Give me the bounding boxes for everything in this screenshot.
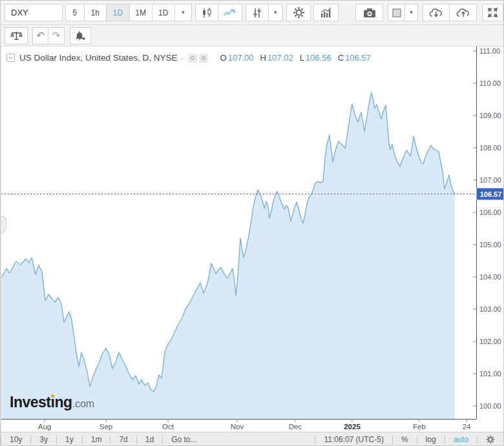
area-chart-button[interactable] — [218, 4, 242, 21]
interval-button-5m[interactable]: 5 — [65, 4, 85, 21]
range-1y-button[interactable]: 1y — [57, 432, 82, 446]
price-area-series — [1, 93, 455, 419]
redo-arrow-icon: ↷ — [52, 30, 61, 41]
chevron-down-icon: ▾ — [410, 10, 413, 15]
current-price-tag: 106.57 — [477, 188, 504, 200]
ohlc-readout: O 107.00 H 107.02 L 106.56 C 106.57 — [216, 53, 371, 63]
range-1d-button[interactable]: 1d — [137, 432, 162, 446]
price-tick-label: 102.00 — [479, 338, 501, 345]
interval-button-1d[interactable]: 1D — [152, 4, 175, 21]
percent-scale-button[interactable]: % — [393, 432, 417, 446]
chevron-down-icon: ▾ — [182, 10, 185, 15]
history-group: ↶ ↷ — [32, 27, 65, 45]
price-tick-label: 101.00 — [479, 370, 501, 378]
drawing-toolbar-handle[interactable] — [1, 216, 6, 233]
circle-glyph — [202, 56, 205, 60]
low-label: L — [300, 53, 304, 63]
range-10y-button[interactable]: 10y — [1, 432, 30, 446]
log-scale-button[interactable]: log — [417, 432, 445, 446]
range-3y-button[interactable]: 3y — [31, 432, 56, 446]
goto-button[interactable]: Go to... — [163, 432, 205, 446]
circle-glyph — [191, 56, 194, 60]
compare-sliders-icon — [251, 7, 263, 19]
layout-menu-button[interactable]: ▾ — [405, 4, 418, 21]
price-tick-label: 100.00 — [479, 402, 501, 410]
series-settings-icon[interactable] — [199, 54, 208, 63]
price-tick-label: 106.00 — [479, 208, 501, 216]
undo-button[interactable]: ↶ — [32, 27, 48, 45]
time-tick-label: Oct — [162, 423, 174, 431]
candlestick-icon — [201, 7, 213, 19]
price-tick-label: 111.00 — [479, 47, 500, 55]
cloud-group — [423, 4, 477, 21]
bottom-toolbar: 10y 3y 1y 1m 7d 1d Go to... 11:06:07 (UT… — [1, 432, 503, 446]
range-1m-button[interactable]: 1m — [83, 432, 110, 446]
range-7d-button[interactable]: 7d — [110, 432, 136, 446]
time-tick-label: Aug — [38, 423, 51, 431]
redo-button[interactable]: ↷ — [48, 27, 65, 45]
undo-arrow-icon: ↶ — [36, 30, 45, 41]
chart-type-group — [195, 4, 242, 21]
time-tick-label: Dec — [289, 423, 302, 431]
cloud-download-icon — [429, 7, 443, 18]
balance-scale-icon — [10, 30, 23, 41]
indicators-button[interactable] — [313, 4, 339, 21]
save-chart-button[interactable] — [450, 4, 477, 21]
camera-icon — [363, 8, 376, 18]
current-price-value: 106.57 — [480, 190, 502, 198]
clock-timezone-button[interactable]: 11:06:07 (UTC-5) — [315, 432, 392, 446]
drawing-toolbar-row: ↶ ↷ — [1, 25, 503, 46]
high-label: H — [260, 53, 266, 63]
open-value: 107.00 — [228, 53, 254, 63]
chart-legend: − US Dollar Index, United States, D, NYS… — [6, 53, 371, 63]
symbol-input[interactable]: DXY — [5, 4, 63, 21]
interval-button-1h[interactable]: 1h — [85, 4, 107, 21]
legend-collapse-icon[interactable]: − — [6, 54, 15, 62]
price-axis[interactable]: 111.00110.00109.00108.00107.00106.00105.… — [473, 47, 501, 410]
fullscreen-button[interactable] — [482, 4, 503, 21]
close-value: 106.57 — [345, 53, 371, 63]
time-tick-label: Nov — [231, 423, 244, 431]
compare-scales-button[interactable] — [5, 27, 28, 45]
auto-scale-button[interactable]: auto — [445, 432, 477, 446]
symbol-title: US Dollar Index, United States, D, NYSE — [19, 53, 178, 63]
time-axis[interactable]: AugSepOctNovDec2025Feb24 — [38, 419, 471, 431]
gear-icon — [293, 6, 305, 19]
alert-bell-plus-icon — [74, 30, 87, 41]
indicators-icon — [320, 7, 332, 18]
chart-widget: DXY 5 1h 1D 1M 1D ▾ — [0, 0, 504, 446]
load-chart-button[interactable] — [423, 4, 450, 21]
time-tick-label: Sep — [100, 423, 112, 431]
high-value: 107.02 — [268, 53, 293, 63]
range-buttons: 10y 3y 1y 1m 7d 1d Go to... — [1, 432, 205, 446]
bottom-settings-button[interactable] — [478, 432, 503, 446]
price-tick-label: 109.00 — [479, 112, 501, 119]
settings-button[interactable] — [286, 4, 311, 21]
add-alert-button[interactable] — [70, 27, 91, 45]
snapshot-button[interactable] — [355, 4, 383, 21]
compare-menu-button[interactable]: ▾ — [269, 4, 283, 21]
layout-square-icon — [392, 8, 401, 17]
candlestick-chart-button[interactable] — [195, 4, 218, 21]
chart-canvas[interactable]: 111.00110.00109.00108.00107.00106.00105.… — [1, 46, 504, 432]
chart-area: 111.00110.00109.00108.00107.00106.00105.… — [1, 46, 504, 432]
chevron-down-icon: ▾ — [274, 10, 277, 15]
interval-menu-button[interactable]: ▾ — [175, 4, 192, 21]
logo-suffix: .com — [72, 398, 94, 409]
layout-group: ▾ — [388, 4, 418, 21]
series-visibility-icon[interactable] — [188, 54, 197, 63]
price-tick-label: 103.00 — [479, 305, 501, 313]
gear-icon — [486, 435, 495, 444]
compare-button[interactable] — [246, 4, 269, 21]
layout-button[interactable] — [388, 4, 405, 21]
fullscreen-icon — [487, 7, 498, 18]
logo-text: Invest — [10, 394, 50, 411]
compare-group: ▾ — [246, 4, 283, 21]
interval-group: 5 1h 1D 1M 1D ▾ — [65, 4, 192, 21]
price-tick-label: 108.00 — [479, 144, 501, 152]
investing-logo[interactable]: Investıng.com — [10, 394, 94, 411]
interval-button-1d-active[interactable]: 1D — [107, 4, 130, 21]
time-tick-label: 2025 — [344, 423, 361, 431]
interval-button-1m[interactable]: 1M — [130, 4, 152, 21]
time-tick-label: 24 — [463, 423, 471, 431]
